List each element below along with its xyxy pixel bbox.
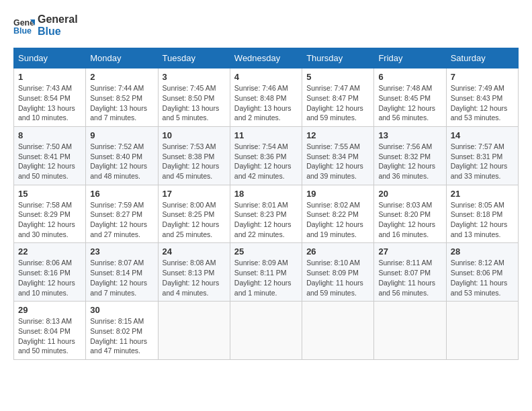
calendar-col-header: Monday <box>86 48 158 68</box>
day-info: Sunrise: 8:11 AM Sunset: 8:07 PM Dayligh… <box>378 258 441 298</box>
calendar-day-cell: 18Sunrise: 8:01 AM Sunset: 8:23 PM Dayli… <box>230 185 302 243</box>
calendar-day-cell: 27Sunrise: 8:11 AM Sunset: 8:07 PM Dayli… <box>374 243 446 302</box>
calendar-col-header: Friday <box>374 48 446 68</box>
calendar-day-cell <box>302 302 374 360</box>
calendar-day-cell: 29Sunrise: 8:13 AM Sunset: 8:04 PM Dayli… <box>14 302 86 360</box>
calendar-day-cell: 6Sunrise: 7:48 AM Sunset: 8:45 PM Daylig… <box>374 68 446 127</box>
calendar-day-cell: 28Sunrise: 8:12 AM Sunset: 8:06 PM Dayli… <box>446 243 518 302</box>
day-info: Sunrise: 7:54 AM Sunset: 8:36 PM Dayligh… <box>234 142 298 181</box>
calendar-day-cell: 9Sunrise: 7:52 AM Sunset: 8:40 PM Daylig… <box>86 126 158 185</box>
day-number: 19 <box>306 189 369 199</box>
day-number: 16 <box>90 189 153 199</box>
day-info: Sunrise: 8:01 AM Sunset: 8:23 PM Dayligh… <box>234 200 298 240</box>
calendar-day-cell: 17Sunrise: 8:00 AM Sunset: 8:25 PM Dayli… <box>158 185 230 243</box>
day-info: Sunrise: 8:07 AM Sunset: 8:14 PM Dayligh… <box>90 258 153 298</box>
day-info: Sunrise: 8:09 AM Sunset: 8:11 PM Dayligh… <box>234 258 298 298</box>
calendar-day-cell: 24Sunrise: 8:08 AM Sunset: 8:13 PM Dayli… <box>158 243 230 302</box>
calendar-day-cell: 4Sunrise: 7:46 AM Sunset: 8:48 PM Daylig… <box>230 68 302 127</box>
calendar-day-cell: 25Sunrise: 8:09 AM Sunset: 8:11 PM Dayli… <box>230 243 302 302</box>
day-number: 8 <box>18 130 81 140</box>
day-number: 27 <box>378 246 441 257</box>
day-number: 28 <box>451 246 514 257</box>
day-number: 20 <box>378 189 441 199</box>
day-info: Sunrise: 7:59 AM Sunset: 8:27 PM Dayligh… <box>90 200 153 240</box>
day-number: 13 <box>378 130 441 140</box>
day-info: Sunrise: 8:02 AM Sunset: 8:22 PM Dayligh… <box>306 200 369 240</box>
calendar-col-header: Sunday <box>14 48 86 68</box>
calendar-day-cell: 23Sunrise: 8:07 AM Sunset: 8:14 PM Dayli… <box>86 243 158 302</box>
day-info: Sunrise: 7:49 AM Sunset: 8:43 PM Dayligh… <box>451 83 514 123</box>
calendar-day-cell: 19Sunrise: 8:02 AM Sunset: 8:22 PM Dayli… <box>302 185 374 243</box>
calendar-col-header: Saturday <box>446 48 518 68</box>
day-number: 9 <box>90 130 153 140</box>
day-number: 21 <box>451 189 514 199</box>
day-number: 17 <box>163 189 226 199</box>
calendar-day-cell: 21Sunrise: 8:05 AM Sunset: 8:18 PM Dayli… <box>446 185 518 243</box>
day-number: 24 <box>163 246 226 257</box>
day-info: Sunrise: 8:12 AM Sunset: 8:06 PM Dayligh… <box>451 258 514 298</box>
calendar-col-header: Wednesday <box>230 48 302 68</box>
day-number: 22 <box>18 246 81 257</box>
day-number: 12 <box>306 130 369 140</box>
calendar-col-header: Tuesday <box>158 48 230 68</box>
calendar-day-cell: 3Sunrise: 7:45 AM Sunset: 8:50 PM Daylig… <box>158 68 230 127</box>
day-info: Sunrise: 7:50 AM Sunset: 8:41 PM Dayligh… <box>18 142 81 181</box>
calendar-day-cell: 7Sunrise: 7:49 AM Sunset: 8:43 PM Daylig… <box>446 68 518 127</box>
calendar-day-cell <box>158 302 230 360</box>
day-number: 5 <box>306 72 369 82</box>
logo: General Blue General Blue <box>13 13 78 37</box>
day-number: 7 <box>451 72 514 82</box>
day-info: Sunrise: 8:13 AM Sunset: 8:04 PM Dayligh… <box>18 316 81 356</box>
day-info: Sunrise: 7:56 AM Sunset: 8:32 PM Dayligh… <box>378 142 441 181</box>
day-number: 6 <box>378 72 441 82</box>
day-info: Sunrise: 8:00 AM Sunset: 8:25 PM Dayligh… <box>163 200 226 240</box>
day-number: 3 <box>163 72 226 82</box>
calendar-day-cell: 2Sunrise: 7:44 AM Sunset: 8:52 PM Daylig… <box>86 68 158 127</box>
calendar-day-cell: 5Sunrise: 7:47 AM Sunset: 8:47 PM Daylig… <box>302 68 374 127</box>
calendar-week-row: 1Sunrise: 7:43 AM Sunset: 8:54 PM Daylig… <box>14 68 519 127</box>
day-number: 11 <box>234 130 298 140</box>
calendar-day-cell: 22Sunrise: 8:06 AM Sunset: 8:16 PM Dayli… <box>14 243 86 302</box>
day-info: Sunrise: 7:46 AM Sunset: 8:48 PM Dayligh… <box>234 83 298 123</box>
day-info: Sunrise: 7:48 AM Sunset: 8:45 PM Dayligh… <box>378 83 441 123</box>
calendar-day-cell: 16Sunrise: 7:59 AM Sunset: 8:27 PM Dayli… <box>86 185 158 243</box>
day-info: Sunrise: 8:15 AM Sunset: 8:02 PM Dayligh… <box>90 316 153 356</box>
calendar-day-cell: 15Sunrise: 7:58 AM Sunset: 8:29 PM Dayli… <box>14 185 86 243</box>
day-number: 26 <box>306 246 369 257</box>
day-info: Sunrise: 8:06 AM Sunset: 8:16 PM Dayligh… <box>18 258 81 298</box>
calendar-week-row: 22Sunrise: 8:06 AM Sunset: 8:16 PM Dayli… <box>14 243 519 302</box>
calendar-day-cell: 14Sunrise: 7:57 AM Sunset: 8:31 PM Dayli… <box>446 126 518 185</box>
day-number: 29 <box>18 305 81 315</box>
day-info: Sunrise: 7:47 AM Sunset: 8:47 PM Dayligh… <box>306 83 369 123</box>
calendar-day-cell: 11Sunrise: 7:54 AM Sunset: 8:36 PM Dayli… <box>230 126 302 185</box>
day-info: Sunrise: 7:55 AM Sunset: 8:34 PM Dayligh… <box>306 142 369 181</box>
day-number: 15 <box>18 189 81 199</box>
calendar-header-row: SundayMondayTuesdayWednesdayThursdayFrid… <box>14 48 519 68</box>
calendar-day-cell <box>446 302 518 360</box>
calendar-week-row: 15Sunrise: 7:58 AM Sunset: 8:29 PM Dayli… <box>14 185 519 243</box>
day-number: 10 <box>163 130 226 140</box>
day-number: 4 <box>234 72 298 82</box>
calendar-table: SundayMondayTuesdayWednesdayThursdayFrid… <box>13 48 519 360</box>
day-info: Sunrise: 7:44 AM Sunset: 8:52 PM Dayligh… <box>90 83 153 123</box>
calendar-day-cell: 8Sunrise: 7:50 AM Sunset: 8:41 PM Daylig… <box>14 126 86 185</box>
day-number: 23 <box>90 246 153 257</box>
day-info: Sunrise: 7:43 AM Sunset: 8:54 PM Dayligh… <box>18 83 81 123</box>
calendar-day-cell: 10Sunrise: 7:53 AM Sunset: 8:38 PM Dayli… <box>158 126 230 185</box>
day-info: Sunrise: 8:05 AM Sunset: 8:18 PM Dayligh… <box>451 200 514 240</box>
day-info: Sunrise: 7:58 AM Sunset: 8:29 PM Dayligh… <box>18 200 81 240</box>
day-number: 25 <box>234 246 298 257</box>
day-number: 30 <box>90 305 153 315</box>
logo-icon: General Blue <box>13 15 35 36</box>
calendar-day-cell: 20Sunrise: 8:03 AM Sunset: 8:20 PM Dayli… <box>374 185 446 243</box>
day-number: 2 <box>90 72 153 82</box>
day-info: Sunrise: 8:10 AM Sunset: 8:09 PM Dayligh… <box>306 258 369 298</box>
calendar-day-cell: 1Sunrise: 7:43 AM Sunset: 8:54 PM Daylig… <box>14 68 86 127</box>
day-info: Sunrise: 7:57 AM Sunset: 8:31 PM Dayligh… <box>451 142 514 181</box>
calendar-day-cell <box>230 302 302 360</box>
day-info: Sunrise: 8:08 AM Sunset: 8:13 PM Dayligh… <box>163 258 226 298</box>
calendar-day-cell: 26Sunrise: 8:10 AM Sunset: 8:09 PM Dayli… <box>302 243 374 302</box>
calendar-week-row: 8Sunrise: 7:50 AM Sunset: 8:41 PM Daylig… <box>14 126 519 185</box>
svg-text:Blue: Blue <box>13 26 32 36</box>
calendar-day-cell: 30Sunrise: 8:15 AM Sunset: 8:02 PM Dayli… <box>86 302 158 360</box>
